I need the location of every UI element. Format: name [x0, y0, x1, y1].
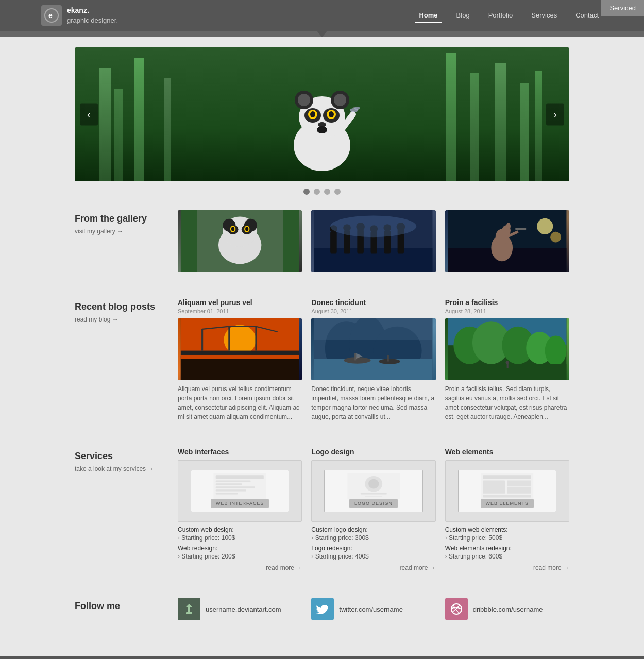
gallery-image-3	[445, 210, 569, 272]
service-label-2: LOGO DESIGN	[349, 499, 398, 508]
service-2-price1: Starting price: 300$	[311, 534, 435, 542]
site-footer: © Ekanz Graphic Designer. All rights res…	[0, 656, 644, 659]
service-3-price1: Starting price: 500$	[445, 534, 569, 542]
dot-3[interactable]	[324, 189, 330, 195]
service-2-title: Logo design	[311, 448, 435, 456]
follow-item-dribbble[interactable]: dribbble.com/username	[445, 598, 569, 620]
blog-item-2-title[interactable]: Donec tincidunt	[311, 298, 435, 307]
nav-contact[interactable]: Contact	[571, 9, 603, 23]
bamboo-9	[535, 71, 542, 181]
svg-point-110	[451, 604, 462, 614]
service-3-read-more[interactable]: read more →	[445, 564, 569, 571]
gallery-link[interactable]: visit my gallery →	[75, 228, 123, 235]
svg-rect-95	[216, 487, 255, 488]
svg-point-7	[334, 94, 346, 106]
gallery-item-3[interactable]	[445, 210, 569, 272]
nav-arrow	[0, 31, 644, 37]
blog-item-3-date: August 28, 2011	[445, 308, 569, 314]
blog-title: Recent blog posts	[75, 301, 178, 312]
gallery-image-1	[178, 210, 302, 272]
svg-rect-102	[365, 496, 382, 498]
bamboo-5	[446, 53, 456, 181]
nav-blog[interactable]: Blog	[452, 9, 474, 23]
site-header: e ekanz. graphic designer. Home Blog Por…	[0, 0, 644, 31]
service-2-custom-label: Custom logo design:	[311, 526, 435, 533]
dot-4[interactable]	[334, 189, 341, 195]
svg-rect-108	[483, 495, 531, 498]
nav-services[interactable]: Services	[527, 9, 561, 23]
service-1-title: Web interfaces	[178, 448, 302, 456]
follow-item-twitter[interactable]: twitter.com/username	[311, 598, 435, 620]
blog-link[interactable]: read my blog →	[75, 316, 118, 323]
services-content: Web interfaces WEB INT	[178, 448, 569, 571]
main-nav: Home Blog Portfolio Services Contact	[415, 9, 603, 23]
nav-home[interactable]: Home	[415, 9, 442, 23]
service-1-price1: Starting price: 100$	[178, 534, 302, 542]
logo[interactable]: e ekanz. graphic designer.	[41, 5, 118, 26]
service-1-read-more[interactable]: read more →	[178, 564, 302, 571]
svg-rect-97	[216, 493, 238, 495]
service-2-redesign-label: Logo redesign:	[311, 545, 435, 552]
blog-item-1-title[interactable]: Aliquam vel purus vel	[178, 298, 302, 307]
svg-point-47	[331, 215, 417, 237]
slide-background	[75, 47, 569, 181]
svg-point-12	[310, 111, 315, 117]
blog-item-2-date: August 30, 2011	[311, 308, 435, 314]
service-2-read-more[interactable]: read more →	[311, 564, 435, 571]
svg-rect-92	[216, 476, 264, 479]
services-link[interactable]: take a look at my services →	[75, 465, 154, 472]
deviantart-label: username.deviantart.com	[206, 605, 281, 613]
svg-rect-80	[314, 318, 433, 340]
svg-rect-79	[387, 355, 389, 362]
nav-portfolio[interactable]: Portfolio	[484, 9, 517, 23]
twitter-icon	[311, 598, 334, 620]
gallery-section: From the gallery visit my gallery →	[75, 210, 569, 272]
slider-dots	[75, 189, 569, 195]
svg-point-15	[317, 126, 327, 133]
slider: ‹ ›	[75, 47, 569, 181]
twitter-label: twitter.com/username	[339, 605, 403, 613]
dribbble-label: dribbble.com/username	[473, 605, 543, 613]
service-3-title: Web elements	[445, 448, 569, 456]
blog-item-1-excerpt: Aliquam vel purus vel tellus condimentum…	[178, 384, 302, 421]
dot-1[interactable]	[303, 189, 310, 195]
slider-prev-button[interactable]: ‹	[80, 104, 98, 126]
follow-item-deviantart[interactable]: username.deviantart.com	[178, 598, 302, 620]
follow-title: Follow me	[75, 601, 178, 612]
svg-rect-106	[507, 481, 531, 487]
svg-point-100	[368, 479, 379, 489]
dot-2[interactable]	[314, 189, 320, 195]
deviantart-icon	[178, 598, 200, 620]
svg-rect-90	[506, 364, 508, 368]
svg-point-32	[245, 227, 248, 231]
gallery-content	[178, 210, 569, 272]
services-sidebar: Services take a look at my services →	[75, 448, 178, 571]
svg-rect-22	[283, 210, 299, 272]
svg-point-13	[329, 111, 334, 117]
svg-rect-104	[483, 476, 531, 479]
svg-rect-21	[181, 210, 197, 272]
logo-icon: e	[41, 5, 62, 26]
blog-item-3-title[interactable]: Proin a facilisis	[445, 298, 569, 307]
bamboo-1	[99, 68, 111, 181]
follow-section: Follow me username.deviantart.com	[75, 598, 569, 620]
service-mockup-1: WEB INTERFACES	[191, 470, 289, 513]
gallery-item-2[interactable]	[311, 210, 435, 272]
blog-item-3-excerpt: Proin a facilisis tellus. Sed diam turpi…	[445, 384, 569, 421]
service-image-1: WEB INTERFACES	[178, 460, 302, 522]
bamboo-7	[495, 63, 506, 181]
blog-item-2-excerpt: Donec tincidunt, neque vitae lobortis im…	[311, 384, 435, 421]
service-label-1: WEB INTERFACES	[211, 499, 269, 508]
svg-point-31	[231, 227, 234, 231]
blog-section: Recent blog posts read my blog → Aliquam…	[75, 298, 569, 421]
gallery-item-1[interactable]	[178, 210, 302, 272]
service-1-custom-label: Custom web design:	[178, 526, 302, 533]
blog-item-1: Aliquam vel purus vel September 01, 2011	[178, 298, 302, 421]
svg-rect-35	[331, 232, 337, 254]
bamboo-3	[134, 58, 144, 181]
service-mockup-3: WEB ELEMENTS	[458, 470, 556, 513]
slider-next-button[interactable]: ›	[546, 104, 564, 126]
service-3-custom-label: Custom web elements:	[445, 526, 569, 533]
service-3-redesign-label: Web elements redesign:	[445, 545, 569, 552]
divider-3	[75, 587, 569, 587]
